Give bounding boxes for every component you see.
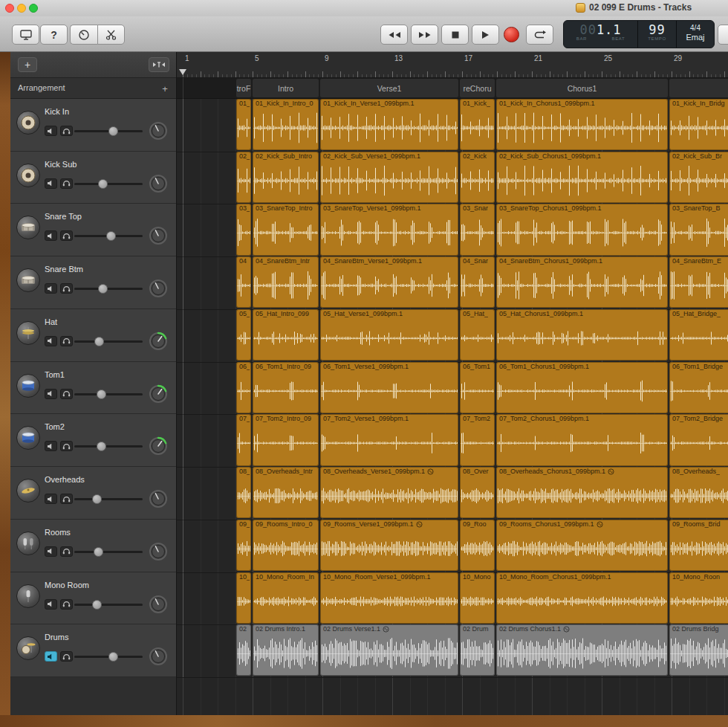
region[interactable]: 06_Tom1_Intro_09 [253,362,319,413]
region[interactable]: 05_Hat_ [460,309,495,361]
track-header-collapse-button[interactable] [149,57,169,72]
volume-slider-thumb[interactable] [92,494,102,504]
arrangement-track-header[interactable]: Arrangement + [10,78,176,99]
close-button[interactable] [5,4,14,13]
volume-slider[interactable] [74,652,143,662]
volume-slider[interactable] [74,126,143,136]
region[interactable]: 08_Overheads_ [669,467,728,518]
region[interactable]: 04 [236,256,251,308]
region[interactable]: 05_Hat_Bridge_ [669,309,728,361]
volume-slider-thumb[interactable] [108,652,118,662]
volume-slider-thumb[interactable] [97,442,106,451]
region[interactable]: 02 [236,624,251,676]
region[interactable]: 06_Tom1_Verse1_099bpm.1 [320,362,458,413]
region[interactable]: 04_SnareBtm_Intr [253,256,319,308]
region[interactable]: 05_ [236,309,251,361]
region[interactable]: 09_Roo [460,520,495,571]
volume-slider[interactable] [74,390,143,399]
region[interactable]: 03_SnareTop_Chorus1_099bpm.1 [496,204,668,255]
region[interactable]: 07_Tom2_Chorus1_099bpm.1 [496,414,668,465]
solo-button[interactable] [60,651,73,662]
cycle-button[interactable] [526,25,553,45]
region[interactable]: 02 Drums Verse1.1 [320,624,458,676]
track-header-mono-room[interactable]: Mono Room [10,572,176,625]
region[interactable]: 03_SnareTop_Verse1_099bpm.1 [320,204,458,255]
solo-button[interactable] [60,389,73,399]
region[interactable]: 01_Kick_ [460,99,495,150]
region[interactable]: 03_SnareTop_B [669,204,728,255]
arrangement-add-button[interactable]: + [158,82,172,95]
bar-ruler[interactable]: 1591317212529 [177,52,728,78]
track-header-rooms[interactable]: Rooms [10,520,176,572]
volume-slider[interactable] [74,231,143,241]
mute-button[interactable] [45,389,57,399]
region[interactable]: 08_ [236,467,251,518]
volume-slider[interactable] [74,284,143,294]
region[interactable]: 04_SnareBtm_Chorus1_099bpm.1 [496,256,668,308]
arrangement-section[interactable]: Chorus1 [496,79,668,97]
region[interactable]: 10_Mono_Room_Verse1_099bpm.1 [320,572,458,624]
pan-knob[interactable] [149,542,168,561]
playhead-marker[interactable] [179,69,186,75]
region[interactable]: 04_SnareBtm_Verse1_099bpm.1 [320,256,458,308]
smart-controls-button[interactable] [70,25,97,45]
region[interactable]: 08_Overheads_Intr [253,467,319,518]
region[interactable]: 09_Rooms_Brid [669,520,728,571]
volume-slider-thumb[interactable] [108,126,118,136]
mute-button[interactable] [45,336,57,346]
volume-slider[interactable] [74,442,143,451]
region[interactable]: 09_Rooms_Intro_0 [253,520,319,571]
region[interactable]: 02_Kick_Sub_Chorus1_099bpm.1 [496,152,668,203]
region[interactable]: 09_ [236,520,251,571]
rewind-button[interactable] [380,25,408,45]
region[interactable]: 01_Kick_In_Chorus1_099bpm.1 [496,99,668,150]
region[interactable]: 06_ [236,362,251,413]
region[interactable]: 02 Drum [460,624,495,676]
volume-slider-thumb[interactable] [98,284,108,294]
region[interactable]: 07_Tom2_Verse1_099bpm.1 [320,414,458,465]
master-volume-button-partial[interactable] [718,25,728,45]
region[interactable]: 10_ [236,572,251,624]
region[interactable]: 10_Mono [460,572,495,624]
region[interactable]: 07_Tom2_Bridge [669,414,728,465]
solo-button[interactable] [60,126,73,136]
region[interactable]: 06_Tom1_Chorus1_099bpm.1 [496,362,668,413]
solo-button[interactable] [60,494,73,504]
pan-knob[interactable] [149,436,168,456]
track-header-snare-top[interactable]: Snare Top [10,204,176,256]
stop-button[interactable] [441,25,469,45]
region[interactable]: 04_Snar [460,256,495,308]
forward-button[interactable] [411,25,438,45]
region[interactable]: 04_SnareBtm_E [669,256,728,308]
region[interactable]: 08_Overheads_Chorus1_099bpm.1 [496,467,668,518]
region[interactable]: 06_Tom1 [460,362,495,413]
play-button[interactable] [472,25,499,45]
mute-button[interactable] [45,283,57,294]
volume-slider[interactable] [74,547,143,557]
solo-button[interactable] [60,178,73,189]
solo-button[interactable] [60,599,73,610]
region[interactable]: 07_Tom2_Intro_09 [253,414,319,465]
solo-button[interactable] [60,546,73,557]
region[interactable]: 09_Rooms_Verse1_099bpm.1 [320,520,458,571]
region[interactable]: 08_Overheads_Verse1_099bpm.1 [320,467,458,518]
solo-button[interactable] [60,336,73,346]
volume-slider[interactable] [74,337,143,346]
region[interactable]: 05_Hat_Chorus1_099bpm.1 [496,309,668,361]
track-header-tom1[interactable]: Tom1 [10,362,176,415]
pan-knob[interactable] [149,595,168,614]
record-button[interactable] [504,27,519,42]
region[interactable]: 01_ [236,99,251,150]
volume-slider-thumb[interactable] [94,337,104,346]
minimize-button[interactable] [17,4,26,13]
track-header-tom2[interactable]: Tom2 [10,414,176,467]
arrangement-section[interactable]: Verse1 [320,79,458,97]
region[interactable]: 05_Hat_Verse1_099bpm.1 [320,309,458,361]
pan-knob[interactable] [149,489,168,508]
lcd-position[interactable]: 001.1 BARBEAT [564,21,638,48]
solo-button[interactable] [60,230,73,241]
region[interactable]: 01_Kick_In_Bridg [669,99,728,150]
volume-slider[interactable] [74,494,143,504]
region[interactable]: 03_Snar [460,204,495,255]
region[interactable]: 02 Drums Chorus1.1 [496,624,668,676]
